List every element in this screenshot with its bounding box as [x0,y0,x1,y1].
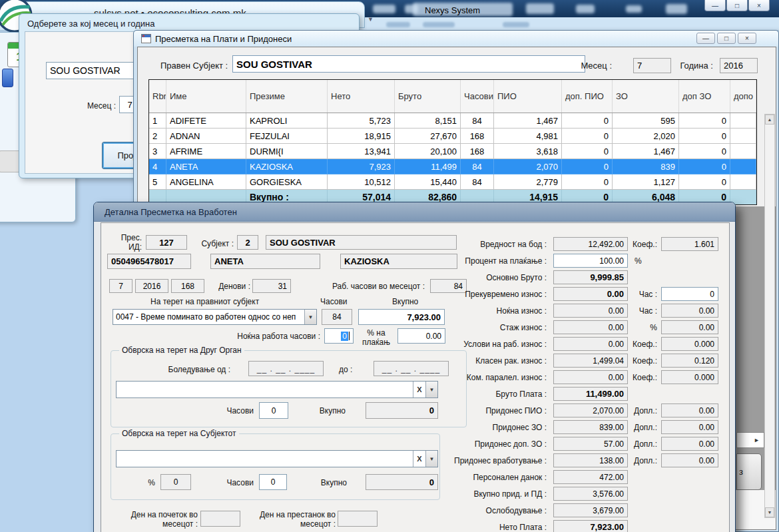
field-label: Вкупно прид. и ПД : [360,489,547,499]
payroll-table: Rbr Име Презиме Нето Бруто Часови ПИО до… [148,79,757,205]
cell-name: ANGELINA [166,174,246,190]
embg-value: 0504965478017 [107,254,191,269]
cell-dop-zo: 0 [679,159,730,174]
scroll-up-button[interactable]: ▲ [765,115,774,125]
cell-neto: 7,923 [328,159,395,174]
cell-zo: 839 [613,159,679,174]
column-header[interactable]: Име [166,80,246,113]
field-value: 9,999.85 [553,270,628,284]
field-label2: % [627,323,657,332]
field-label: Придонес ЗО : [360,423,547,432]
selected-text: 0 [341,332,348,341]
cell-dop-pio: 0 [562,144,613,159]
vertical-scrollbar[interactable]: ▲ ▼ [764,114,775,518]
detail-window-title: Детална Пресметка на Вработен [105,207,237,217]
legal-subject-label: Правен Субјект : [160,61,228,71]
field-value: 0.00 [553,304,628,318]
cell-hours: 168 [461,129,494,144]
blue-toolbar-icon[interactable] [2,69,13,87]
field-label: Процент на плаќање : [360,256,547,266]
field-label: Услови на раб. износ : [360,340,547,349]
subject-pct-label: % [139,478,155,487]
table-row[interactable]: 3 AFRIME DURMI{I 13,941 20,100 168 3,618… [149,144,756,159]
payment-pct-input[interactable]: 100.00 [553,254,628,268]
field-label2: Допл.: [627,423,657,432]
legal-subject-input[interactable]: SOU GOSTIVAR [232,55,585,73]
payroll-restore-button[interactable]: □ [717,33,736,44]
partial-button-fragment[interactable]: з [736,453,762,490]
cell-rbr: 2 [149,129,166,144]
scroll-down-button[interactable]: ▼ [765,507,774,517]
field-label2: Коеф.: [627,240,657,249]
restore-icon: □ [724,35,728,42]
close-icon: × [745,35,749,42]
payroll-month-value[interactable]: 7 [633,58,671,73]
os-restore-button[interactable]: □ [726,0,748,11]
payroll-year-value[interactable]: 2016 [720,58,758,73]
taskbar-blob [526,3,554,14]
subject-hours-input[interactable]: 0 [259,474,287,490]
column-header[interactable]: доп. ПИО [562,80,613,113]
table-header-row: Rbr Име Презиме Нето Бруто Часови ПИО до… [149,80,756,113]
table-row-selected[interactable]: 4 ANETA KAZIOSKA 7,923 11,499 84 2,070 0… [149,159,756,174]
cell-surname: KAPROLI [246,113,328,129]
field-label2: Допл.: [627,406,657,415]
table-row[interactable]: 1 ADIFETE KAPROLI 5,723 8,151 84 1,467 0… [149,113,756,129]
text-caret [349,332,350,340]
table-row[interactable]: 2 ADNAN FEJZULAI 18,915 27,670 168 4,981… [149,129,756,144]
os-close-button[interactable]: × [748,0,770,11]
cell-neto: 18,915 [328,129,395,144]
column-header[interactable]: Нето [328,80,395,113]
column-header[interactable]: доп ЗО [679,80,730,113]
field-label: Ком. паралел. износ : [360,373,547,382]
other-org-hours-input[interactable]: 0 [259,402,288,419]
cell-dop-zo: 0 [679,129,730,144]
cell-zo: 1,467 [613,144,679,159]
payroll-minimize-button[interactable]: — [696,33,715,44]
work-item-combobox[interactable]: 0047 - Време поминато во работен однос с… [113,309,317,325]
cell-dop-pio: 0 [562,174,613,190]
cell-rbr: 5 [149,174,166,190]
cell-hours: 168 [461,144,494,159]
overtime-hours-input[interactable]: 0 [661,287,718,301]
column-header[interactable]: допо [730,80,756,113]
cell-surname: KAZIOSKA [246,159,328,174]
payroll-close-button[interactable]: × [738,33,756,44]
cell-neto: 13,941 [328,144,395,159]
cell-rbr: 3 [149,144,166,159]
day-start-input[interactable] [200,511,240,527]
cell-extra [730,159,756,174]
os-minimize-button[interactable]: — [704,0,726,11]
menu-item-blur [503,22,529,27]
close-icon: × [757,2,761,9]
field-value2: 0.00 [661,420,718,434]
column-header[interactable]: ЗО [613,80,679,113]
field-label2: Допл.: [627,439,657,449]
night-work-input[interactable]: 0 [324,328,354,344]
detail-titlebar[interactable]: Детална Пресметка на Вработен [94,202,735,222]
cell-extra [730,144,756,159]
company-combobox[interactable]: SOU GOSTIVAR [46,62,138,79]
cell-dop-pio: 0 [562,159,613,174]
column-header[interactable]: ПИО [494,80,562,113]
cell-name: AFRIME [166,144,246,159]
column-header[interactable]: Бруто [395,80,461,113]
tab-caret-icon[interactable]: ▼ [368,16,374,23]
column-header[interactable]: Rbr [149,80,166,113]
horizontal-scrollbar-fragment[interactable]: ► [736,432,764,448]
column-header[interactable]: Презиме [246,80,328,113]
cell-bruto: 27,670 [395,129,461,144]
field-label: Бруто Плата : [360,390,547,399]
field-value: 3,576.00 [553,487,628,501]
field-value: 3,679.00 [553,503,628,517]
payroll-titlebar[interactable]: Пресметка на Плати и Придонеси — □ × [134,31,778,47]
sick-from-input[interactable]: __ . __ . ____ [248,361,324,376]
field-value: 839.00 [553,420,628,434]
field-value: 2,070.00 [553,403,628,417]
field-label2: Коеф.: [627,356,657,366]
scroll-right-icon: ► [754,437,760,443]
column-header[interactable]: Часови [461,80,494,113]
cell-extra [730,129,756,144]
dropdown-icon[interactable]: ▼ [304,310,316,324]
table-row[interactable]: 5 ANGELINA GORGIESKA 10,512 15,440 84 2,… [149,174,756,190]
